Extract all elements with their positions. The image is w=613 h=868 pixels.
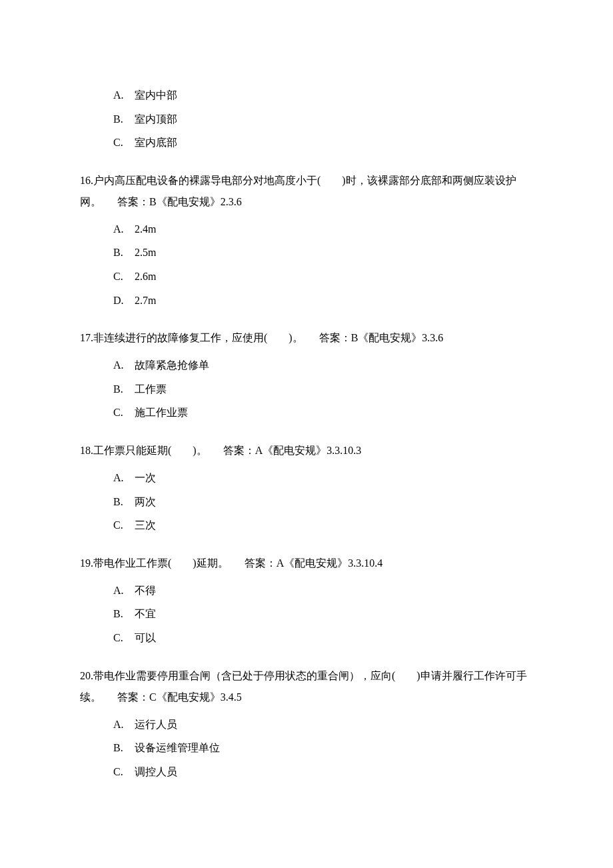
question-19-options: A. 不得 B. 不宜 C. 可以: [80, 582, 533, 647]
option-text: 故障紧急抢修单: [135, 359, 209, 371]
question-18-options: A. 一次 B. 两次 C. 三次: [80, 469, 533, 534]
question-answer: 答案：A《配电安规》3.3.10.4: [245, 557, 383, 569]
option-letter: A.: [113, 221, 132, 238]
question-number: 17.: [80, 332, 93, 343]
option-item: A. 2.4m: [113, 221, 533, 238]
question-number: 19.: [80, 557, 93, 569]
option-text: 2.4m: [135, 223, 156, 235]
option-item: C. 施工作业票: [113, 404, 533, 421]
option-text: 不宜: [135, 608, 156, 619]
option-item: A. 故障紧急抢修单: [113, 357, 533, 374]
option-letter: C.: [113, 629, 132, 647]
option-item: C. 室内底部: [113, 134, 533, 151]
option-letter: C.: [113, 404, 132, 421]
option-item: B. 两次: [113, 493, 533, 511]
option-text: 室内中部: [135, 89, 177, 101]
option-text: 设备运维管理单位: [135, 742, 220, 753]
question-answer: 答案：C《配电安规》3.4.5: [117, 691, 242, 703]
option-text: 调控人员: [135, 766, 177, 777]
option-text: 工作票: [135, 383, 167, 395]
option-letter: B.: [113, 244, 132, 261]
option-text: 施工作业票: [135, 407, 188, 418]
option-text: 运行人员: [135, 719, 177, 730]
question-text: 带电作业工作票( )延期。: [93, 557, 229, 569]
option-text: 三次: [135, 519, 156, 531]
question-18: 18.工作票只能延期( )。 答案：A《配电安规》3.3.10.3: [80, 440, 533, 461]
question-20-options: A. 运行人员 B. 设备运维管理单位 C. 调控人员: [80, 716, 533, 781]
option-letter: B.: [113, 605, 132, 623]
question-number: 18.: [80, 445, 93, 456]
option-letter: B.: [113, 739, 132, 757]
option-item: A. 一次: [113, 469, 533, 487]
option-item: B. 2.5m: [113, 244, 533, 261]
option-letter: A.: [113, 357, 132, 374]
document-page: A. 室内中部 B. 室内顶部 C. 室内底部 16.户内高压配电设备的裸露导电…: [0, 0, 613, 868]
option-item: A. 室内中部: [113, 87, 533, 104]
question-16: 16.户内高压配电设备的裸露导电部分对地高度小于( )时，该裸露部分底部和两侧应…: [80, 170, 533, 213]
option-text: 可以: [135, 632, 156, 643]
question-answer: 答案：A《配电安规》3.3.10.3: [223, 445, 362, 456]
question-number: 20.: [80, 670, 93, 681]
option-item: C. 调控人员: [113, 763, 533, 781]
question-17: 17.非连续进行的故障修复工作，应使用( )。 答案：B《配电安规》3.3.6: [80, 327, 533, 349]
option-item: A. 不得: [113, 582, 533, 599]
option-text: 室内顶部: [135, 113, 177, 125]
option-letter: C.: [113, 268, 132, 285]
option-text: 不得: [135, 585, 156, 596]
option-text: 室内底部: [135, 137, 177, 148]
question-text: 非连续进行的故障修复工作，应使用( )。: [93, 332, 303, 343]
option-item: B. 室内顶部: [113, 111, 533, 128]
option-letter: A.: [113, 582, 132, 599]
option-item: C. 可以: [113, 629, 533, 647]
option-letter: B.: [113, 381, 132, 398]
question-text: 工作票只能延期( )。: [93, 445, 207, 456]
question-20: 20.带电作业需要停用重合闸（含已处于停用状态的重合闸），应向( )申请并履行工…: [80, 665, 533, 708]
question-answer: 答案：B《配电安规》3.3.6: [319, 332, 444, 343]
question-number: 16.: [80, 175, 93, 186]
question-answer: 答案：B《配电安规》2.3.6: [117, 196, 242, 207]
option-text: 2.5m: [135, 247, 156, 258]
option-item: B. 不宜: [113, 605, 533, 623]
option-item: C. 三次: [113, 517, 533, 534]
option-letter: A.: [113, 469, 132, 487]
option-text: 2.7m: [135, 295, 156, 306]
question-16-options: A. 2.4m B. 2.5m C. 2.6m D. 2.7m: [80, 221, 533, 309]
option-text: 2.6m: [135, 271, 156, 282]
option-letter: A.: [113, 87, 132, 104]
option-letter: D.: [113, 292, 132, 309]
option-item: C. 2.6m: [113, 268, 533, 285]
option-letter: B.: [113, 111, 132, 128]
option-letter: B.: [113, 493, 132, 511]
option-letter: C.: [113, 763, 132, 781]
option-letter: C.: [113, 517, 132, 534]
option-item: D. 2.7m: [113, 292, 533, 309]
option-letter: C.: [113, 134, 132, 151]
option-letter: A.: [113, 716, 132, 733]
option-item: B. 工作票: [113, 381, 533, 398]
option-text: 两次: [135, 496, 156, 507]
question-17-options: A. 故障紧急抢修单 B. 工作票 C. 施工作业票: [80, 357, 533, 421]
question-options-prior: A. 室内中部 B. 室内顶部 C. 室内底部: [80, 87, 533, 151]
option-text: 一次: [135, 472, 156, 483]
option-item: A. 运行人员: [113, 716, 533, 733]
option-item: B. 设备运维管理单位: [113, 739, 533, 757]
question-19: 19.带电作业工作票( )延期。 答案：A《配电安规》3.3.10.4: [80, 553, 533, 574]
